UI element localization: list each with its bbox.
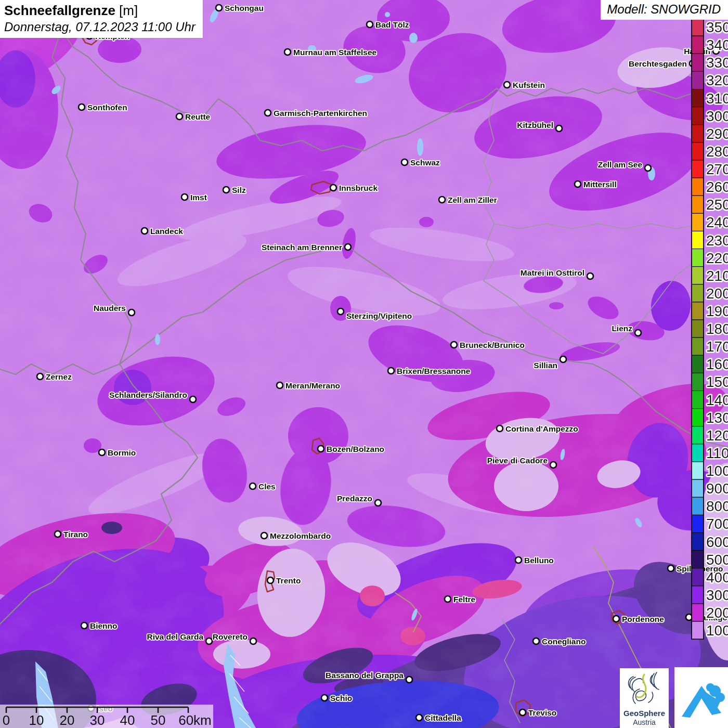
city-marker: Berchtesgaden [629,59,696,68]
legend-color-band [692,267,704,284]
city-label: Bienno [90,621,118,630]
mountain-logo-icon [674,667,728,728]
lake-reschen [155,334,160,345]
map-stage: SchongauBad TölzKemptenMurnau am Staffel… [0,0,728,728]
scale-tick-label: 10 [29,712,44,728]
city-dot [375,500,381,506]
city-dot [337,308,344,315]
scale-tick-label: 50 [151,712,166,728]
legend-color-band [692,426,704,444]
city-dot [261,532,267,539]
legend-color-band [692,160,704,178]
map-datetime: Donnerstag, 07.12.2023 11:00 Uhr [4,20,196,34]
partner-logo-box [674,667,728,728]
city-label: Cittadella [425,713,461,722]
title-box: Schneefallgrenze [m] Donnerstag, 07.12.2… [0,0,203,38]
legend-tick-label: 3000 [706,108,728,124]
city-dot [550,462,556,468]
legend-tick-label: 2700 [706,161,728,177]
city-label: Bormio [108,448,136,457]
city-dot [330,185,336,191]
city-dot [79,104,85,110]
legend-tick-label: 2800 [706,144,728,160]
city-marker: Bozen/Bolzano [318,445,384,453]
city-label: Treviso [528,708,556,717]
city-marker: Cortina d'Ampezzo [497,424,578,433]
legend-tick-label: 1900 [706,303,728,319]
legend-tick-label: 800 [706,498,728,514]
legend-tick-label: 1500 [706,374,728,390]
legend-tick-label: 1200 [706,427,728,444]
legend-tick-label: 2600 [706,179,728,195]
legend-color-band [692,497,704,515]
city-dot [416,714,422,721]
legend-color-band [692,18,704,36]
legend-color-band [692,36,704,54]
legend-color-band [692,213,704,231]
city-marker: Murnau am Staffelsee [284,48,377,57]
geosphere-green-curve [636,674,646,697]
legend-tick-label: 500 [706,552,728,568]
legend-color-band [692,373,704,391]
city-label: Sonthofen [87,103,127,112]
city-dot [560,356,566,362]
city-label: Reutte [185,112,211,121]
map-title-text: Schneefallgrenze [4,3,115,18]
city-label: Pordenone [622,615,664,623]
city-dot [267,577,274,583]
city-label: Schwaz [410,158,440,167]
city-dot [533,638,539,644]
city-label: Garmisch-Partenkirchen [274,109,367,118]
city-label: Schlanders/Silandro [109,391,187,399]
city-label: Landeck [150,227,183,236]
city-label: Zell am Ziller [448,196,497,204]
legend-color-band [692,178,704,196]
city-dot [504,82,510,88]
legend-color-band [692,71,704,89]
city-label: Brixen/Bressanone [397,367,471,375]
city-dot [451,342,457,348]
legend-tick-label: 1400 [706,392,728,408]
city-marker: Bruneck/Brunico [451,341,525,349]
city-label: Murnau am Staffelsee [293,48,377,57]
legend-tick-label: 1300 [706,410,728,426]
city-dot [81,622,87,629]
legend-color-band [692,320,704,337]
city-label: Trento [276,576,301,585]
city-label: Bozen/Bolzano [327,445,384,453]
city-dot [190,396,196,402]
map-title: Schneefallgrenze [m] [4,3,196,19]
city-dot [613,616,619,622]
city-label: Zell am See [598,160,643,169]
geosphere-logo-text: GeoSphere [623,709,665,718]
legend-tick-label: 2100 [706,268,728,284]
legend-tick-label: 100 [706,622,728,639]
legend-color-band [692,551,704,568]
city-label: Innsbruck [339,184,378,192]
scale-bar-graphic: 0 10 20 30 40 50 60km [0,705,213,728]
city-label: Nauders [94,304,126,313]
city-dot [645,165,651,171]
legend-tick-label: 1100 [706,445,728,461]
city-label: Schio [330,694,352,703]
city-label: Berchtesgaden [629,59,687,68]
city-dot [388,368,394,374]
city-label: Kitzbühel [517,121,553,129]
city-dot [37,373,43,380]
city-label: Conegliano [542,637,586,646]
city-dot [250,483,256,489]
city-dot [401,159,408,165]
city-marker: Imst [181,193,207,202]
city-marker: Brixen/Bressanone [388,367,471,375]
city-label: Bassano del Grappa [326,671,404,680]
legend-tick-label: 3200 [706,72,728,88]
city-dot [575,181,581,187]
city-label: Bruneck/Brunico [460,341,525,349]
city-dot [367,21,373,28]
legend-tick-label: 3400 [706,37,728,53]
legend-color-band [692,462,704,479]
city-label: Zernez [46,372,72,381]
city-dot [55,531,61,537]
legend-color-band [692,196,704,213]
legend-color-band [692,249,704,267]
